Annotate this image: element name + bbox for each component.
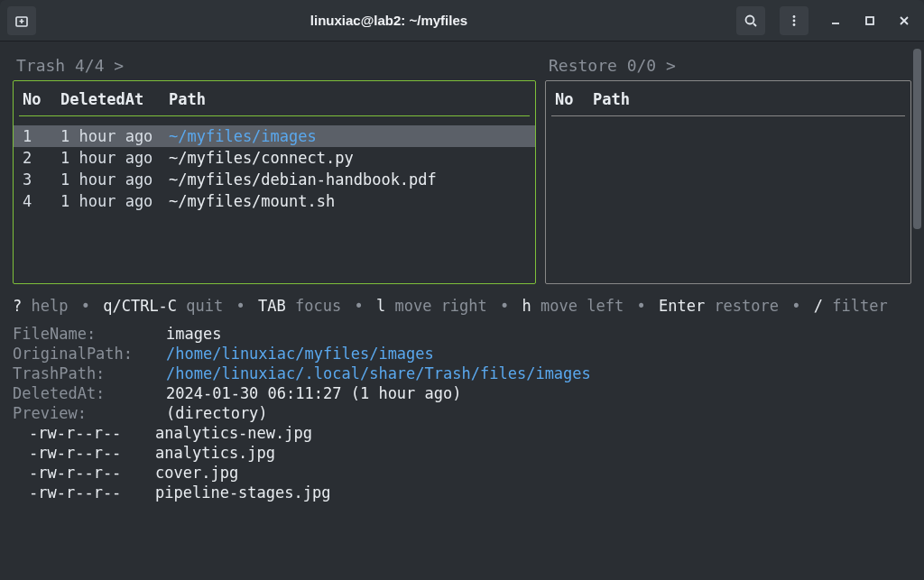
- maximize-button[interactable]: [857, 8, 882, 33]
- svg-point-4: [793, 23, 796, 26]
- details-panel: FileName: images OriginalPath: /home/lin…: [13, 320, 911, 502]
- scrollbar-thumb[interactable]: [913, 49, 921, 229]
- minimize-button[interactable]: [823, 8, 848, 33]
- detail-deletedat: DeletedAt: 2024-01-30 06:11:27 (1 hour a…: [13, 383, 911, 403]
- titlebar-left: [7, 6, 42, 35]
- detail-filename: FileName: images: [13, 324, 911, 344]
- restore-pane: Restore 0/0 > No Path: [545, 52, 911, 284]
- detail-originalpath: OriginalPath: /home/linuxiac/myfiles/ima…: [13, 344, 911, 364]
- col-no: No: [555, 90, 593, 108]
- restore-table-divider: [551, 115, 905, 116]
- restore-pane-box[interactable]: No Path: [545, 80, 911, 284]
- new-tab-button[interactable]: [7, 6, 36, 35]
- trash-table-header: No DeletedAt Path: [14, 87, 535, 115]
- search-button[interactable]: [736, 6, 765, 35]
- svg-point-3: [793, 19, 796, 22]
- trash-pane: Trash 4/4 > No DeletedAt Path 1 1 hour a…: [13, 52, 536, 284]
- panes-container: Trash 4/4 > No DeletedAt Path 1 1 hour a…: [13, 52, 911, 284]
- menu-button[interactable]: [780, 6, 808, 35]
- svg-point-2: [793, 15, 796, 18]
- trash-pane-box[interactable]: No DeletedAt Path 1 1 hour ago ~/myfiles…: [13, 80, 536, 284]
- restore-table-header: No Path: [546, 87, 910, 115]
- titlebar-right: [736, 6, 917, 35]
- svg-rect-5: [866, 17, 873, 24]
- table-row[interactable]: 1 1 hour ago ~/myfiles/images: [14, 125, 535, 147]
- preview-file: -rw-r--r-- analytics.jpg: [13, 443, 911, 463]
- close-button[interactable]: [892, 8, 917, 33]
- table-row[interactable]: 4 1 hour ago ~/myfiles/mount.sh: [14, 190, 535, 212]
- trash-pane-header: Trash 4/4 >: [13, 52, 536, 80]
- window-title: linuxiac@lab2: ~/myfiles: [42, 13, 736, 28]
- col-path: Path: [593, 90, 901, 108]
- table-row[interactable]: 2 1 hour ago ~/myfiles/connect.py: [14, 147, 535, 169]
- window-titlebar: linuxiac@lab2: ~/myfiles: [0, 0, 924, 41]
- detail-preview: Preview: (directory): [13, 403, 911, 423]
- svg-point-1: [746, 15, 754, 23]
- col-path: Path: [169, 90, 526, 108]
- terminal-body[interactable]: Trash 4/4 > No DeletedAt Path 1 1 hour a…: [0, 41, 924, 580]
- trash-table-divider: [19, 115, 530, 116]
- detail-trashpath: TrashPath: /home/linuxiac/.local/share/T…: [13, 364, 911, 383]
- restore-pane-header: Restore 0/0 >: [545, 52, 911, 80]
- preview-file: -rw-r--r-- analytics-new.jpg: [13, 423, 911, 443]
- col-deletedat: DeletedAt: [60, 90, 169, 108]
- table-row[interactable]: 3 1 hour ago ~/myfiles/debian-handbook.p…: [14, 169, 535, 190]
- col-no: No: [23, 90, 60, 108]
- preview-file: -rw-r--r-- pipeline-stages.jpg: [13, 483, 911, 502]
- preview-file: -rw-r--r-- cover.jpg: [13, 463, 911, 483]
- help-bar: ? help • q/CTRL-C quit • TAB focus • l m…: [13, 291, 911, 320]
